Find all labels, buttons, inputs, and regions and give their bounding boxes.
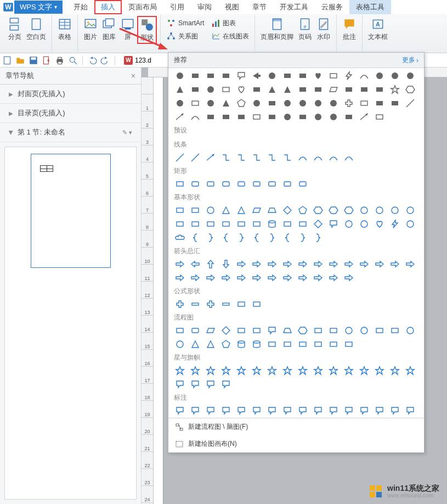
smartart-button[interactable]: SmartArt	[165, 17, 205, 29]
shape-流程图-12[interactable]	[358, 324, 370, 337]
edit-icon[interactable]: ✎ ▾	[122, 129, 132, 136]
shape-基本形状-7[interactable]	[281, 204, 293, 216]
shape-基本形状-3[interactable]	[220, 204, 232, 216]
shape-箭头总汇-15[interactable]	[404, 258, 416, 270]
shape-基本形状-5[interactable]	[251, 204, 263, 216]
shape-箭头总汇-4[interactable]	[235, 258, 247, 270]
shape-标注-14[interactable]	[389, 405, 401, 417]
tab-table-tools[interactable]: 表格工具	[349, 0, 391, 14]
shape-矩形-6[interactable]	[266, 178, 278, 190]
shape-标注-2[interactable]	[205, 405, 217, 417]
shape-箭头总汇-22[interactable]	[266, 272, 278, 284]
shape-线条-7[interactable]	[281, 152, 293, 164]
shape-基本形状-38[interactable]	[266, 232, 278, 244]
shape-箭头总汇-3[interactable]	[220, 258, 232, 270]
shape-recent-58[interactable]	[327, 111, 340, 123]
shape-箭头总汇-21[interactable]	[251, 272, 263, 284]
shape-矩形-2[interactable]	[205, 178, 217, 190]
shape-recent-44[interactable]	[358, 97, 370, 109]
shape-公式形状-2[interactable]	[205, 298, 217, 310]
shape-箭头总汇-6[interactable]	[266, 258, 278, 270]
shape-流程图-4[interactable]	[235, 324, 247, 337]
shape-公式形状-4[interactable]	[235, 298, 247, 310]
gallery-button[interactable]: 图库	[100, 16, 118, 44]
redo-icon[interactable]	[100, 55, 110, 65]
shape-流程图-9[interactable]	[312, 324, 324, 337]
shape-标注-11[interactable]	[343, 405, 355, 417]
shape-基本形状-24[interactable]	[297, 218, 309, 230]
shape-星与旗帜-18[interactable]	[205, 378, 217, 390]
shape-流程图-7[interactable]	[281, 324, 293, 337]
shape-星与旗帜-10[interactable]	[327, 365, 340, 377]
shape-recent-32[interactable]	[174, 97, 186, 109]
shape-流程图-23[interactable]	[281, 338, 293, 350]
export-icon[interactable]	[42, 55, 52, 65]
shape-箭头总汇-27[interactable]	[343, 272, 355, 284]
shape-星与旗帜-6[interactable]	[266, 365, 278, 377]
new-icon[interactable]	[2, 55, 12, 65]
shape-流程图-1[interactable]	[189, 324, 201, 337]
shape-线条-10[interactable]	[327, 152, 340, 164]
shape-标注-10[interactable]	[327, 405, 340, 417]
shape-流程图-14[interactable]	[389, 324, 401, 337]
shape-线条-1[interactable]	[189, 152, 201, 164]
shape-箭头总汇-9[interactable]	[312, 258, 324, 270]
shape-recent-45[interactable]	[374, 97, 386, 109]
shape-流程图-24[interactable]	[297, 338, 309, 350]
undo-icon[interactable]	[87, 55, 97, 65]
shape-流程图-19[interactable]	[220, 338, 232, 350]
shape-recent-9[interactable]	[312, 70, 324, 82]
shape-流程图-15[interactable]	[404, 324, 416, 337]
shape-箭头总汇-10[interactable]	[327, 258, 340, 270]
blank-page-button[interactable]: 空白页	[24, 16, 48, 43]
shape-流程图-13[interactable]	[374, 324, 386, 337]
nav-section-1[interactable]: ▶第 1 节: 未命名 ✎ ▾	[0, 123, 141, 142]
shape-标注-15[interactable]	[404, 405, 416, 417]
shape-recent-5[interactable]	[251, 70, 263, 82]
shape-recent-25[interactable]	[312, 83, 324, 96]
shape-recent-31[interactable]	[404, 83, 416, 96]
shape-基本形状-26[interactable]	[327, 218, 340, 230]
shape-recent-53[interactable]	[251, 111, 263, 123]
shape-基本形状-37[interactable]	[251, 232, 263, 244]
shape-标注-7[interactable]	[281, 405, 293, 417]
shape-线条-9[interactable]	[312, 152, 324, 164]
shape-箭头总汇-2[interactable]	[205, 258, 217, 270]
shape-星与旗帜-12[interactable]	[358, 365, 370, 377]
screenshot-button[interactable]: 屏	[118, 16, 137, 44]
shape-recent-34[interactable]	[205, 97, 217, 109]
shape-基本形状-2[interactable]	[205, 204, 217, 216]
shape-标注-0[interactable]	[174, 405, 186, 417]
shape-基本形状-21[interactable]	[251, 218, 263, 230]
shape-recent-41[interactable]	[312, 97, 324, 109]
shape-基本形状-19[interactable]	[220, 218, 232, 230]
shape-流程图-21[interactable]	[251, 338, 263, 350]
shape-流程图-5[interactable]	[251, 324, 263, 337]
shape-标注-13[interactable]	[374, 405, 386, 417]
shape-recent-12[interactable]	[358, 70, 370, 82]
shape-箭头总汇-1[interactable]	[189, 258, 201, 270]
shape-线条-5[interactable]	[251, 152, 263, 164]
shape-recent-4[interactable]	[235, 70, 247, 82]
shape-基本形状-10[interactable]	[327, 204, 340, 216]
shape-公式形状-5[interactable]	[251, 298, 263, 310]
shape-矩形-5[interactable]	[251, 178, 263, 190]
tab-home[interactable]: 开始	[67, 0, 94, 14]
shape-recent-14[interactable]	[389, 70, 401, 82]
shape-recent-40[interactable]	[297, 97, 309, 109]
print-icon[interactable]	[55, 55, 65, 65]
shape-箭头总汇-11[interactable]	[343, 258, 355, 270]
close-icon[interactable]: ×	[131, 71, 135, 80]
shape-星与旗帜-7[interactable]	[281, 365, 293, 377]
shape-流程图-25[interactable]	[312, 338, 324, 350]
shape-标注-5[interactable]	[251, 405, 263, 417]
shape-recent-11[interactable]	[343, 70, 355, 82]
shape-recent-51[interactable]	[220, 111, 232, 123]
shape-箭头总汇-20[interactable]	[235, 272, 247, 284]
nav-cover-page[interactable]: ▶ 封面页(无插入)	[0, 85, 141, 104]
shape-箭头总汇-25[interactable]	[312, 272, 324, 284]
shape-recent-46[interactable]	[389, 97, 401, 109]
shape-星与旗帜-3[interactable]	[220, 365, 232, 377]
shape-箭头总汇-0[interactable]	[174, 258, 186, 270]
shape-星与旗帜-17[interactable]	[189, 378, 201, 390]
